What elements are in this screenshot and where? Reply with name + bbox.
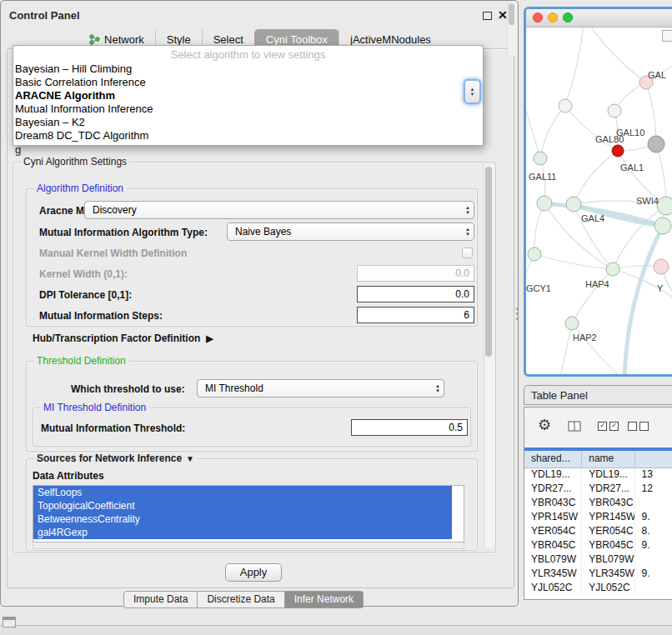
network-node[interactable] [528, 248, 541, 261]
algorithm-option[interactable]: Bayesian – K2 [13, 116, 483, 129]
node-label: Y [657, 283, 664, 293]
table-cell: YDR27... [582, 482, 634, 496]
network-corner-widget[interactable] [662, 30, 672, 42]
table-row[interactable]: YBR045CYBR045C9. [524, 538, 672, 552]
window-title: Control Panel [9, 9, 80, 22]
table-cell [635, 581, 672, 595]
attributes-scrollbar[interactable] [507, 2, 517, 56]
algorithm-option[interactable]: Bayesian – Hill Climbing [13, 62, 483, 76]
mi-algorithm-type-select[interactable]: Naive Bayes ▲▼ [227, 222, 474, 241]
network-edge [559, 323, 572, 374]
tab-label: Style [167, 33, 191, 46]
attribute-item[interactable]: SelfLoops [33, 486, 452, 499]
bottom-tab-discretize-data[interactable]: Discretize Data [198, 591, 284, 608]
table-panel-window: ⚙ ✓✓ shared...name YDL19...YDL19...13YDR… [524, 407, 672, 600]
network-window-titlebar[interactable] [526, 9, 672, 28]
mi-steps-field[interactable] [357, 307, 474, 323]
table-cell: YPR145W [524, 510, 582, 524]
network-canvas[interactable]: GALGAL80GAL10GAL11GAL1SWI4GAL4GCY1HAP4YH… [526, 28, 672, 374]
attribute-item[interactable]: BetweennessCentrality [33, 512, 452, 526]
table-cell: YBR043C [524, 496, 582, 510]
network-node[interactable] [612, 145, 624, 157]
group-title: Cyni Algorithm Settings [20, 156, 130, 168]
hub-definition-expander[interactable]: Hub/Transcription Factor Definition▶ [33, 332, 213, 344]
table-row[interactable]: YPR145WYPR145W9. [524, 510, 672, 524]
apply-button[interactable]: Apply [225, 563, 282, 582]
algorithm-option[interactable]: ARACNE Algorithm [13, 89, 483, 102]
aracne-mode-select[interactable]: Discovery ▲▼ [84, 201, 474, 219]
network-node[interactable] [565, 317, 579, 330]
close-icon[interactable]: ✕ [498, 8, 508, 22]
group-title: Algorithm Definition [33, 182, 127, 194]
network-node[interactable] [648, 136, 664, 152]
network-edge [574, 151, 618, 204]
table-row[interactable]: YBR043CYBR043C [524, 496, 672, 510]
table-cell: YER054C [524, 524, 582, 538]
table-row[interactable]: YJL052CYJL052C [524, 581, 672, 595]
sources-group-title[interactable]: Sources for Network Inference▼ [33, 452, 198, 464]
column-header[interactable]: name [582, 451, 634, 468]
bottom-tab-impute-data[interactable]: Impute Data [123, 591, 198, 608]
tab-label: Network [104, 33, 144, 46]
bottom-scrollbar-track[interactable] [0, 625, 672, 635]
network-node[interactable] [566, 197, 581, 212]
select-all-icon[interactable]: ✓✓ [598, 422, 619, 431]
combo-down-icon: ▼ [470, 92, 475, 97]
algorithm-option[interactable]: Basic Correlation Inference [13, 76, 483, 89]
column-chooser-icon[interactable] [568, 420, 581, 435]
table-row[interactable]: YER054CYER054C8. [524, 524, 672, 538]
network-node[interactable] [608, 104, 621, 118]
scrollbar-thumb[interactable] [485, 167, 492, 357]
bottom-tab-infer-network[interactable]: Infer Network [285, 591, 364, 608]
network-node[interactable] [606, 262, 619, 276]
network-node[interactable] [537, 196, 552, 211]
undock-icon[interactable] [483, 12, 492, 20]
network-edge [584, 28, 646, 82]
network-edge [540, 106, 565, 158]
table-row[interactable]: YLR345WYLR345W9. [524, 567, 672, 581]
minimize-traffic-light[interactable] [548, 12, 558, 22]
combo-arrows-icon: ▲▼ [435, 383, 440, 393]
table-row[interactable]: YDL19...YDL19...13 [524, 468, 672, 482]
table-header: shared...name [524, 451, 672, 468]
selected-value: MI Threshold [205, 382, 263, 394]
network-edge [646, 82, 656, 144]
dropdown-placeholder: Select algorithm to view settings [13, 46, 483, 62]
network-node[interactable] [654, 259, 669, 274]
table-cell: YBR043C [582, 496, 634, 510]
panel-splitter-handle[interactable] [515, 305, 519, 323]
attribute-item[interactable]: gal4RGexp [33, 526, 452, 539]
table-row[interactable]: YBL079WYBL079W [524, 552, 672, 567]
algorithm-option[interactable]: Dream8 DC_TDC Algorithm [13, 129, 483, 142]
table-row[interactable]: YDR27...YDR27...12 [524, 482, 672, 496]
manual-kernel-width-checkbox [462, 248, 473, 258]
close-traffic-light[interactable] [533, 12, 543, 22]
minimized-panel-icon[interactable] [3, 617, 16, 628]
network-view-window: GALGAL80GAL10GAL11GAL1SWI4GAL4GCY1HAP4YH… [524, 7, 672, 377]
node-label: HAP4 [585, 279, 609, 289]
settings-scrollbar[interactable] [484, 164, 494, 548]
deselect-all-icon[interactable] [628, 422, 649, 431]
scrollbar-thumb[interactable] [509, 3, 514, 25]
algorithm-option[interactable]: Mutual Information Inference [13, 102, 483, 116]
network-node[interactable] [654, 218, 671, 234]
dpi-tolerance-field[interactable] [357, 286, 474, 302]
table-cell: YBR045C [524, 538, 582, 552]
data-attributes-list[interactable]: SelfLoopsTopologicalCoefficientBetweenne… [33, 485, 464, 542]
network-node[interactable] [657, 197, 672, 215]
combo-arrows-icon: ▲▼ [465, 227, 470, 237]
mi-threshold-field[interactable] [351, 419, 468, 436]
column-header[interactable]: shared... [524, 451, 582, 468]
data-attributes-label: Data Attributes [33, 470, 104, 482]
table-cell: 9. [635, 538, 672, 552]
network-node[interactable] [559, 99, 572, 112]
obscured-combo-spinner[interactable]: ▲ ▼ [464, 79, 481, 104]
table-toolbar: ⚙ ✓✓ [524, 408, 672, 448]
gear-icon[interactable]: ⚙ [538, 416, 551, 434]
which-threshold-select[interactable]: MI Threshold ▲▼ [197, 379, 444, 398]
column-header[interactable] [635, 451, 672, 468]
zoom-traffic-light[interactable] [563, 12, 573, 22]
attribute-item[interactable]: TopologicalCoefficient [33, 499, 452, 512]
attributes-hscrollbar[interactable] [33, 542, 464, 549]
network-node[interactable] [534, 152, 547, 165]
